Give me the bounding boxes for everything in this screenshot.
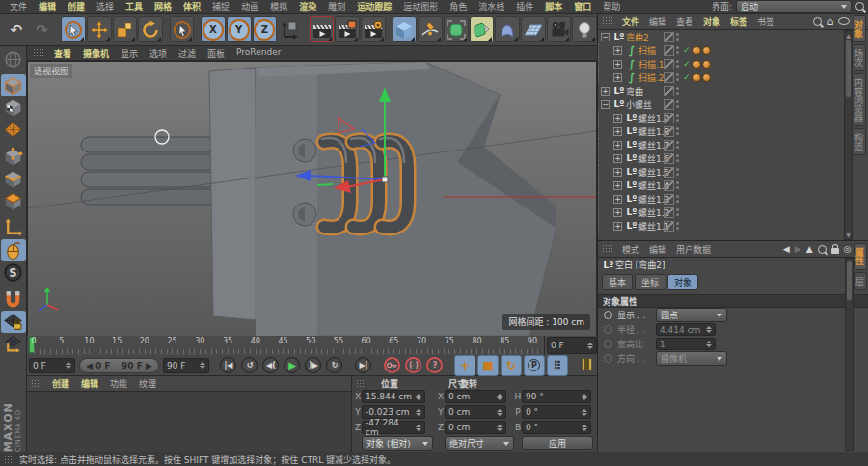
scale-tool-button[interactable] bbox=[113, 16, 138, 42]
redo-button[interactable]: ↷ bbox=[30, 16, 55, 42]
stepper-icon[interactable] bbox=[703, 326, 712, 333]
stepper-icon[interactable] bbox=[579, 425, 587, 431]
panel-tab-属性[interactable]: 属性 bbox=[854, 243, 867, 270]
object-tree-item[interactable]: −Lº小螺丝 bbox=[598, 97, 845, 111]
object-tree-item[interactable]: +Lº螺丝1.2 bbox=[598, 206, 845, 219]
stepper-icon[interactable] bbox=[413, 409, 421, 416]
attribute-dropdown[interactable]: 摄像机 bbox=[656, 351, 727, 366]
menu-捕捉[interactable]: 捕捉 bbox=[206, 0, 235, 13]
material-menu-编辑[interactable]: 编辑 bbox=[75, 377, 104, 390]
target-icon[interactable]: ◎ bbox=[844, 244, 852, 254]
layer-toggle-icon[interactable] bbox=[664, 180, 674, 191]
home-icon[interactable]: ⌂ bbox=[827, 15, 833, 28]
om-menu-书签[interactable]: 书签 bbox=[752, 15, 779, 28]
menu-窗口[interactable]: 窗口 bbox=[568, 0, 597, 13]
model-mode-button[interactable] bbox=[1, 74, 26, 96]
om-menu-对象[interactable]: 对象 bbox=[698, 15, 725, 28]
visibility-dots-icon[interactable] bbox=[676, 60, 679, 68]
visibility-dots-icon[interactable] bbox=[676, 168, 679, 176]
layer-toggle-icon[interactable] bbox=[664, 72, 674, 83]
am-menu-编辑[interactable]: 编辑 bbox=[644, 243, 671, 256]
scrollbar-thumb[interactable] bbox=[847, 261, 852, 300]
loop-button[interactable]: ↻ bbox=[325, 356, 344, 375]
drag-handle[interactable] bbox=[33, 48, 44, 58]
live-selection-button[interactable] bbox=[61, 16, 86, 42]
layer-toggle-icon[interactable] bbox=[664, 99, 674, 110]
om-menu-查看[interactable]: 查看 bbox=[671, 15, 698, 28]
lock-x-axis-button[interactable]: X bbox=[201, 16, 226, 42]
menu-雕刻[interactable]: 雕刻 bbox=[322, 0, 351, 13]
menu-脚本[interactable]: 脚本 bbox=[539, 0, 568, 13]
move-tool-button[interactable] bbox=[87, 16, 112, 42]
layer-toggle-icon[interactable] bbox=[664, 194, 674, 205]
timeline-window-button[interactable] bbox=[578, 356, 597, 375]
visibility-dots-icon[interactable] bbox=[676, 33, 679, 41]
goto-start-button[interactable]: |◀ bbox=[219, 356, 238, 375]
current-frame-field[interactable]: 0 F bbox=[547, 337, 597, 354]
attribute-scrollbar[interactable] bbox=[845, 258, 854, 451]
layer-toggle-icon[interactable] bbox=[664, 221, 674, 232]
keyframe-circle-icon[interactable] bbox=[604, 311, 612, 319]
last-tool-button[interactable] bbox=[170, 16, 195, 42]
coordinate-field[interactable]: 0 cm bbox=[445, 421, 506, 434]
render-picture-viewer-button[interactable] bbox=[335, 16, 360, 42]
expand-icon[interactable]: + bbox=[613, 208, 622, 217]
coordinate-field[interactable]: 0 cm bbox=[445, 405, 506, 419]
render-view-button[interactable] bbox=[310, 16, 335, 42]
key-parameter-button[interactable]: P bbox=[524, 355, 545, 376]
material-menu-纹理[interactable]: 纹理 bbox=[133, 377, 162, 390]
scrollbar-thumb[interactable] bbox=[846, 40, 851, 97]
coordinate-field[interactable]: -0.023 cm bbox=[362, 405, 425, 419]
visibility-dots-icon[interactable] bbox=[676, 100, 679, 108]
expand-icon[interactable]: + bbox=[613, 60, 622, 69]
object-tree-item[interactable]: +Lº螺丝1.1 bbox=[598, 219, 845, 233]
expand-icon[interactable]: + bbox=[613, 46, 622, 55]
collapse-icon[interactable]: − bbox=[601, 100, 610, 109]
add-cube-button[interactable] bbox=[393, 16, 418, 42]
frame-start-field[interactable]: 0 F bbox=[29, 358, 75, 373]
expand-icon[interactable]: + bbox=[613, 222, 622, 231]
object-name[interactable]: 弯曲 bbox=[626, 85, 643, 97]
coordinate-field[interactable]: 0 cm bbox=[445, 390, 506, 403]
menu-渲染[interactable]: 渲染 bbox=[293, 0, 322, 13]
drag-handle[interactable] bbox=[602, 244, 613, 254]
layer-toggle-icon[interactable] bbox=[664, 113, 674, 123]
am-menu-模式[interactable]: 模式 bbox=[617, 243, 644, 256]
deformer-button[interactable] bbox=[495, 16, 520, 42]
layer-toggle-icon[interactable] bbox=[664, 140, 674, 151]
play-backward-button[interactable]: ↺ bbox=[240, 356, 259, 375]
keyframe-circle-icon[interactable] bbox=[604, 354, 612, 363]
gizmo-center-handle[interactable] bbox=[382, 177, 388, 182]
enabled-check-icon[interactable]: ✓ bbox=[683, 45, 691, 55]
menu-角色[interactable]: 角色 bbox=[444, 0, 473, 13]
viewport-menu-面板[interactable]: 面板 bbox=[202, 47, 231, 60]
object-tree-item[interactable]: +∫扫描.1✓ bbox=[598, 57, 845, 70]
om-menu-编辑[interactable]: 编辑 bbox=[644, 15, 671, 28]
visibility-dots-icon[interactable] bbox=[676, 46, 679, 54]
spline-pen-button[interactable] bbox=[418, 16, 443, 42]
layer-toggle-icon[interactable] bbox=[664, 59, 674, 69]
om-menu-文件[interactable]: 文件 bbox=[617, 15, 644, 28]
layer-toggle-icon[interactable] bbox=[664, 153, 674, 164]
search-icon[interactable] bbox=[855, 2, 864, 11]
material-menu-功能[interactable]: 功能 bbox=[104, 377, 133, 390]
attribute-tab-对象[interactable]: 对象 bbox=[667, 274, 698, 290]
back-icon[interactable]: ◀ bbox=[783, 244, 790, 254]
phong-tag-icons[interactable] bbox=[692, 46, 711, 55]
expand-icon[interactable]: + bbox=[613, 114, 622, 123]
object-tree-item[interactable]: +Lº弯曲 bbox=[598, 84, 845, 97]
floor-button[interactable] bbox=[521, 16, 546, 42]
perspective-viewport[interactable]: 透视视图 网格间距 : 100 cm bbox=[27, 61, 597, 337]
preview-range-slider[interactable]: ◀ 0 F 90 F ▶ bbox=[79, 358, 159, 373]
enabled-check-icon[interactable]: ✓ bbox=[683, 59, 691, 69]
object-name[interactable]: 小螺丝 bbox=[626, 98, 652, 111]
expand-icon[interactable]: + bbox=[613, 168, 622, 177]
light-button[interactable] bbox=[572, 16, 597, 42]
collapse-icon[interactable]: − bbox=[601, 33, 610, 41]
menu-运动跟踪[interactable]: 运动跟踪 bbox=[351, 0, 397, 13]
stepper-icon[interactable] bbox=[413, 425, 421, 431]
menu-插件[interactable]: 插件 bbox=[510, 0, 539, 13]
snap-settings-button[interactable]: S bbox=[1, 262, 26, 284]
object-tree-item[interactable]: +Lº螺丝1.7 bbox=[598, 138, 845, 151]
object-tree-item[interactable]: −Lº弯曲2 bbox=[598, 30, 845, 43]
